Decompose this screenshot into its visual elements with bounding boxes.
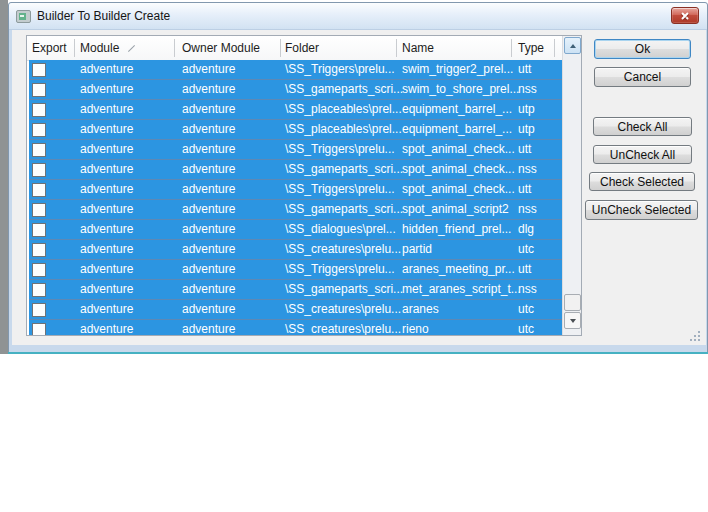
column-header-export[interactable]: Export <box>32 36 67 60</box>
scroll-up-button[interactable] <box>564 37 581 54</box>
cell-module: adventure <box>80 100 133 119</box>
cell-folder: \SS_gameparts_scri... <box>285 200 403 219</box>
check-selected-button[interactable]: Check Selected <box>589 172 695 191</box>
cell-module: adventure <box>80 240 133 259</box>
title-bar[interactable]: Builder To Builder Create <box>9 3 707 30</box>
table-row[interactable]: adventure adventure \SS_creatures\prelu.… <box>29 320 562 335</box>
uncheck-selected-button[interactable]: UnCheck Selected <box>585 200 698 220</box>
cell-name: swim_to_shore_prel... <box>402 80 519 99</box>
table-row[interactable]: adventure adventure \SS_dialogues\prel..… <box>29 220 562 240</box>
cell-type: nss <box>518 160 537 179</box>
export-checkbox[interactable] <box>32 263 46 277</box>
export-checkbox[interactable] <box>32 63 46 77</box>
export-checkbox[interactable] <box>32 283 46 297</box>
cell-module: adventure <box>80 140 133 159</box>
cell-type: utc <box>518 240 534 259</box>
table-row[interactable]: adventure adventure \SS_creatures\prelu.… <box>29 240 562 260</box>
cell-owner-module: adventure <box>182 200 235 219</box>
table-row[interactable]: adventure adventure \SS_placeables\prel.… <box>29 120 562 140</box>
cell-module: adventure <box>80 200 133 219</box>
cell-module: adventure <box>80 180 133 199</box>
cell-name: aranes <box>402 300 439 319</box>
export-checkbox[interactable] <box>32 243 46 257</box>
cell-owner-module: adventure <box>182 280 235 299</box>
cell-folder: \SS_creatures\prelu... <box>285 240 401 259</box>
cell-folder: \SS_placeables\prel... <box>285 100 402 119</box>
cell-module: adventure <box>80 280 133 299</box>
uncheck-all-button[interactable]: UnCheck All <box>593 145 692 164</box>
check-all-button[interactable]: Check All <box>593 117 692 136</box>
close-button[interactable] <box>671 7 699 24</box>
cell-name: hidden_friend_prel... <box>402 220 511 239</box>
cell-module: adventure <box>80 320 133 335</box>
scroll-down-button[interactable] <box>564 312 581 329</box>
table-row[interactable]: adventure adventure \SS_Triggers\prelu..… <box>29 60 562 80</box>
column-divider[interactable] <box>74 39 75 57</box>
table-row[interactable]: adventure adventure \SS_gameparts_scri..… <box>29 280 562 300</box>
table-row[interactable]: adventure adventure \SS_Triggers\prelu..… <box>29 260 562 280</box>
column-header-folder[interactable]: Folder <box>285 36 319 60</box>
column-divider[interactable] <box>554 39 555 57</box>
export-checkbox[interactable] <box>32 203 46 217</box>
cell-type: utc <box>518 320 534 335</box>
export-checkbox[interactable] <box>32 83 46 97</box>
cell-module: adventure <box>80 80 133 99</box>
table-row[interactable]: adventure adventure \SS_placeables\prel.… <box>29 100 562 120</box>
table-row[interactable]: adventure adventure \SS_gameparts_scri..… <box>29 160 562 180</box>
cell-type: utc <box>518 300 534 319</box>
app-icon <box>16 10 31 23</box>
table-row[interactable]: adventure adventure \SS_creatures\prelu.… <box>29 300 562 320</box>
scrollbar-thumb[interactable] <box>564 294 581 311</box>
cell-owner-module: adventure <box>182 100 235 119</box>
cell-folder: \SS_Triggers\prelu... <box>285 180 395 199</box>
export-checkbox[interactable] <box>32 143 46 157</box>
export-checkbox[interactable] <box>32 323 46 335</box>
cell-owner-module: adventure <box>182 140 235 159</box>
export-checkbox[interactable] <box>32 163 46 177</box>
background-window-edge <box>0 0 8 354</box>
table-row[interactable]: adventure adventure \SS_gameparts_scri..… <box>29 200 562 220</box>
cell-owner-module: adventure <box>182 160 235 179</box>
cell-name: rieno <box>402 320 429 335</box>
cell-module: adventure <box>80 60 133 79</box>
resize-grip[interactable] <box>689 330 701 342</box>
dialog-client-area: Export Module Owner Module Folder Name T… <box>12 30 706 345</box>
cell-type: utp <box>518 100 535 119</box>
table-row[interactable]: adventure adventure \SS_gameparts_scri..… <box>29 80 562 100</box>
export-checkbox[interactable] <box>32 183 46 197</box>
column-divider[interactable] <box>280 39 281 57</box>
ok-button[interactable]: Ok <box>594 39 691 59</box>
column-divider[interactable] <box>174 39 175 57</box>
close-icon <box>672 8 698 23</box>
cell-folder: \SS_Triggers\prelu... <box>285 260 395 279</box>
column-divider[interactable] <box>396 39 397 57</box>
column-header-type[interactable]: Type <box>518 36 544 60</box>
cell-owner-module: adventure <box>182 120 235 139</box>
cell-owner-module: adventure <box>182 260 235 279</box>
export-checkbox[interactable] <box>32 123 46 137</box>
cell-type: utt <box>518 180 531 199</box>
cell-type: utt <box>518 260 531 279</box>
cell-name: met_aranes_script_t... <box>402 280 521 299</box>
table-row[interactable]: adventure adventure \SS_Triggers\prelu..… <box>29 180 562 200</box>
vertical-scrollbar[interactable] <box>562 36 581 335</box>
column-divider[interactable] <box>511 39 512 57</box>
cell-type: nss <box>518 80 537 99</box>
cell-folder: \SS_placeables\prel... <box>285 120 402 139</box>
arrow-down-icon <box>570 319 576 323</box>
list-header: Export Module Owner Module Folder Name T… <box>27 36 563 61</box>
cancel-button[interactable]: Cancel <box>594 67 691 87</box>
export-checkbox[interactable] <box>32 303 46 317</box>
column-header-name[interactable]: Name <box>402 36 434 60</box>
table-row[interactable]: adventure adventure \SS_Triggers\prelu..… <box>29 140 562 160</box>
export-checkbox[interactable] <box>32 103 46 117</box>
cell-type: nss <box>518 200 537 219</box>
cell-module: adventure <box>80 220 133 239</box>
dialog-title: Builder To Builder Create <box>37 9 170 23</box>
cell-module: adventure <box>80 120 133 139</box>
column-header-owner-module[interactable]: Owner Module <box>182 36 260 60</box>
column-header-module[interactable]: Module <box>80 36 119 60</box>
export-checkbox[interactable] <box>32 223 46 237</box>
cell-type: utt <box>518 60 531 79</box>
cell-type: utp <box>518 120 535 139</box>
